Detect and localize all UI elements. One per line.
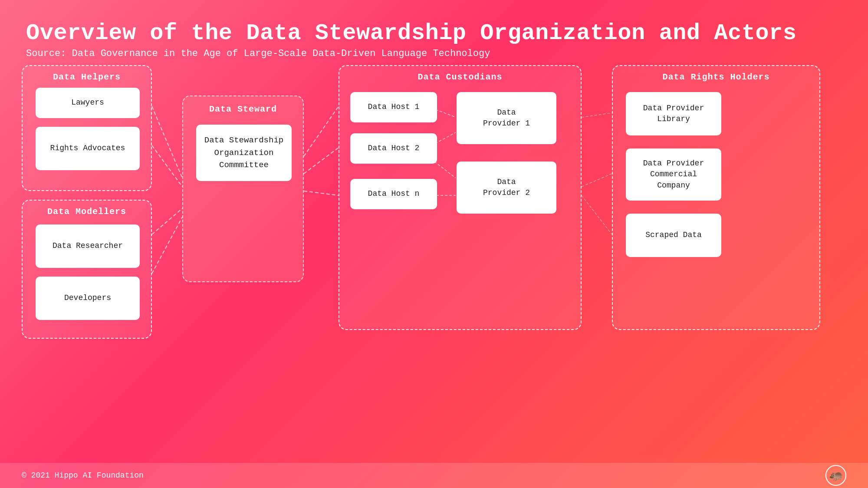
svg-line-3 bbox=[152, 217, 182, 274]
svg-line-1 bbox=[152, 145, 182, 187]
subtitle: Source: Data Governance in the Age of La… bbox=[26, 48, 842, 59]
svg-line-12 bbox=[582, 174, 612, 187]
box-steward-org: Data StewardshipOrganizationCommmittee bbox=[196, 125, 292, 181]
svg-line-6 bbox=[304, 191, 339, 195]
modellers-label: Data Modellers bbox=[23, 207, 151, 217]
box-host1: Data Host 1 bbox=[350, 92, 437, 122]
svg-line-0 bbox=[152, 106, 182, 178]
box-provider-library: Data ProviderLibrary bbox=[626, 92, 721, 135]
box-scraped-data: Scraped Data bbox=[626, 214, 721, 257]
copyright-text: © 2021 Hippo AI Foundation bbox=[22, 471, 144, 480]
box-hostn: Data Host n bbox=[350, 179, 437, 209]
group-rights-holders: Data Rights Holders Data ProviderLibrary… bbox=[612, 65, 820, 330]
diagram-area: Data Helpers Lawyers Rights Advocates Da… bbox=[0, 65, 868, 462]
group-modellers: Data Modellers Data Researcher Developer… bbox=[22, 200, 152, 339]
box-data-researcher: Data Researcher bbox=[36, 224, 140, 268]
page-title: Overview of the Data Stewardship Organiz… bbox=[26, 21, 842, 46]
box-provider1: DataProvider 1 bbox=[457, 92, 556, 144]
svg-line-13 bbox=[582, 195, 612, 234]
box-developers: Developers bbox=[36, 277, 140, 320]
box-provider2: DataProvider 2 bbox=[457, 162, 556, 214]
svg-line-4 bbox=[304, 106, 339, 156]
helpers-label: Data Helpers bbox=[23, 72, 151, 82]
svg-line-2 bbox=[152, 208, 182, 234]
group-custodians: Data Custodians Data Host 1 Data Host 2 … bbox=[339, 65, 582, 330]
steward-label: Data Steward bbox=[183, 104, 303, 114]
box-host2: Data Host 2 bbox=[350, 133, 437, 164]
group-helpers: Data Helpers Lawyers Rights Advocates bbox=[22, 65, 152, 191]
custodians-label: Data Custodians bbox=[339, 72, 581, 82]
footer: © 2021 Hippo AI Foundation 🦛 bbox=[0, 463, 868, 488]
svg-line-5 bbox=[304, 148, 339, 174]
rights-holders-label: Data Rights Holders bbox=[613, 72, 819, 82]
svg-line-11 bbox=[582, 113, 612, 117]
box-lawyers: Lawyers bbox=[36, 88, 140, 118]
group-steward: Data Steward Data StewardshipOrganizatio… bbox=[182, 96, 304, 282]
box-provider-commercial: Data ProviderCommercialCompany bbox=[626, 148, 721, 201]
box-rights-advocates: Rights Advocates bbox=[36, 127, 140, 170]
hippo-logo-icon: 🦛 bbox=[825, 465, 846, 486]
